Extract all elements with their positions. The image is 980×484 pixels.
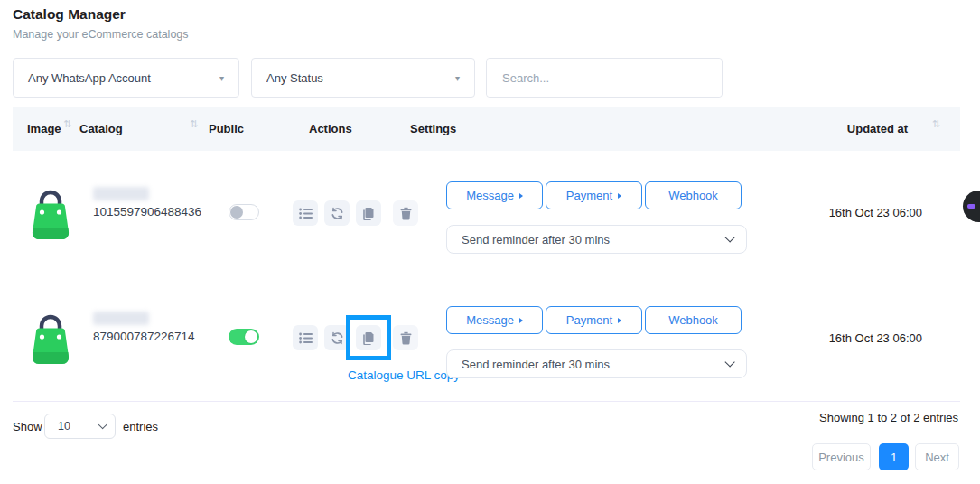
caret-down-icon: ▾ (455, 73, 460, 83)
public-toggle[interactable] (229, 329, 259, 345)
entries-label: entries (123, 420, 158, 433)
toggle-knob (245, 330, 257, 343)
column-header-settings: Settings (410, 122, 456, 135)
column-header-updated-at[interactable]: Updated at (847, 122, 908, 135)
delete-button[interactable] (393, 325, 418, 350)
sync-button[interactable] (324, 200, 350, 226)
column-header-catalog[interactable]: Catalog (79, 122, 123, 135)
show-label: Show (13, 420, 42, 433)
list-icon (299, 332, 313, 344)
annotation-label: Catalogue URL copy (348, 368, 460, 382)
trash-icon (400, 331, 412, 345)
delete-button[interactable] (393, 200, 418, 226)
sync-icon (331, 331, 344, 345)
search-input[interactable] (487, 59, 722, 97)
page-title: Catalog Manager (13, 6, 126, 23)
list-icon (299, 208, 313, 219)
copy-url-button[interactable] (356, 200, 381, 226)
whatsapp-account-filter-select[interactable]: Any WhatsApp Account ▾ (13, 58, 239, 98)
public-toggle[interactable] (229, 204, 259, 220)
sort-icon[interactable]: ⇅ (190, 118, 196, 130)
payment-settings-button[interactable]: Payment (546, 182, 642, 209)
chevron-down-icon (724, 357, 734, 367)
column-header-actions: Actions (309, 122, 352, 135)
pagination-page-1-button[interactable]: 1 (879, 443, 909, 470)
reminder-value: Send reminder after 30 mins (462, 233, 610, 247)
widget-dot-icon (967, 204, 975, 209)
trash-icon (400, 207, 412, 220)
whatsapp-account-filter-value: Any WhatsApp Account (28, 71, 151, 85)
chevron-down-icon (98, 420, 107, 429)
catalog-bag-icon (27, 310, 74, 366)
message-settings-button[interactable]: Message (446, 306, 543, 334)
reminder-select[interactable]: Send reminder after 30 mins (446, 225, 747, 254)
payment-button-label: Payment (566, 189, 612, 202)
webhook-settings-button[interactable]: Webhook (645, 306, 742, 334)
message-settings-button[interactable]: Message (446, 182, 543, 209)
caret-right-icon (618, 318, 621, 323)
catalog-items-button[interactable] (293, 325, 318, 350)
webhook-button-label: Webhook (668, 189, 718, 202)
updated-at: 16th Oct 23 06:00 (829, 331, 922, 345)
copy-icon (362, 207, 375, 220)
caret-right-icon (519, 318, 523, 323)
payment-settings-button[interactable]: Payment (546, 306, 642, 334)
table-row: 879000787226714 Catalogue URL copy Messa… (13, 275, 960, 402)
entries-summary: Showing 1 to 2 of 2 entries (819, 411, 958, 424)
catalog-id: 879000787226714 (93, 330, 195, 343)
chevron-down-icon (724, 232, 734, 242)
catalog-id: 1015597906488436 (93, 205, 201, 219)
caret-right-icon (618, 193, 621, 199)
page-subtitle: Manage your eCommerce catalogs (13, 28, 189, 41)
search-box (486, 58, 723, 98)
sync-icon (331, 207, 344, 220)
webhook-button-label: Webhook (668, 313, 718, 327)
floating-widget-button[interactable] (963, 191, 980, 222)
sort-icon[interactable]: ⇅ (932, 118, 938, 130)
message-button-label: Message (466, 189, 514, 202)
catalog-bag-icon (27, 185, 74, 241)
column-header-image[interactable]: Image (27, 122, 61, 135)
toggle-knob (230, 206, 243, 219)
page-size-select[interactable]: 10 (44, 414, 116, 439)
caret-down-icon: ▾ (219, 73, 224, 83)
sort-icon[interactable]: ⇅ (63, 118, 70, 130)
status-filter-select[interactable]: Any Status ▾ (251, 58, 475, 98)
updated-at: 16th Oct 23 06:00 (829, 206, 922, 219)
message-button-label: Message (466, 313, 514, 327)
copy-url-highlight-box (346, 315, 391, 360)
webhook-settings-button[interactable]: Webhook (645, 182, 742, 209)
pagination-next-button[interactable]: Next (915, 443, 959, 470)
column-header-public: Public (209, 122, 244, 135)
status-filter-value: Any Status (266, 71, 323, 85)
caret-right-icon (519, 193, 523, 199)
table-row: 1015597906488436 Message Payment Webhook… (13, 151, 960, 275)
table-header: Image ⇅ Catalog ⇅ Public Actions Setting… (13, 107, 960, 151)
pagination-previous-button[interactable]: Previous (812, 443, 871, 470)
catalog-name-redacted (93, 312, 149, 325)
reminder-value: Send reminder after 30 mins (462, 358, 610, 371)
catalog-name-redacted (93, 187, 149, 200)
payment-button-label: Payment (566, 313, 612, 327)
catalog-manager-page: Catalog Manager Manage your eCommerce ca… (0, 0, 980, 484)
page-size-value: 10 (58, 420, 70, 433)
catalog-items-button[interactable] (293, 200, 318, 226)
reminder-select[interactable]: Send reminder after 30 mins (446, 349, 747, 378)
